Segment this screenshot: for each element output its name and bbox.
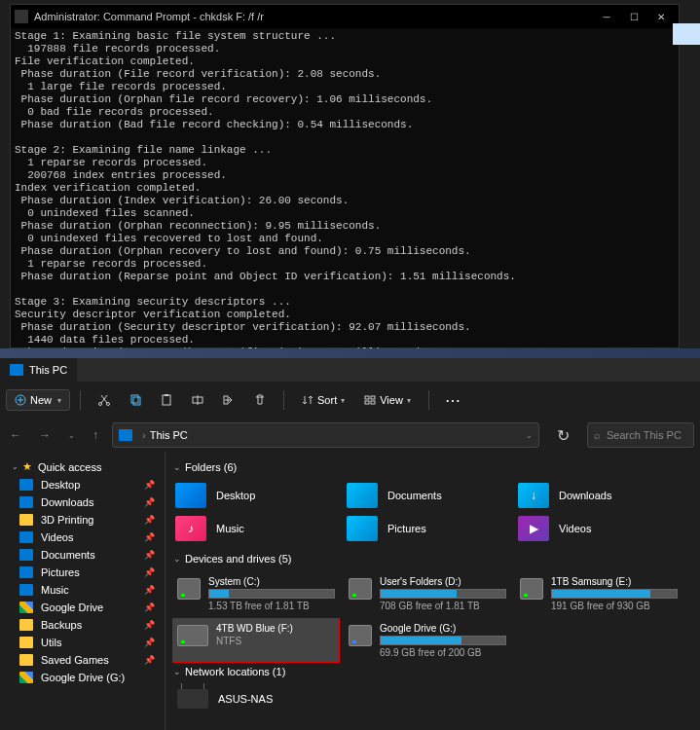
videos-icon <box>19 531 33 543</box>
sidebar-item-savedgames[interactable]: Saved Games📌 <box>0 651 165 669</box>
gdrive-icon <box>19 602 33 613</box>
sidebar-item-videos[interactable]: Videos📌 <box>0 529 165 546</box>
drive-c[interactable]: System (C:)1.53 TB free of 1.81 TB <box>173 572 339 615</box>
drive-e[interactable]: 1TB Samsung (E:)191 GB free of 930 GB <box>516 572 682 615</box>
tab-label: This PC <box>29 364 67 376</box>
sidebar-item-pictures[interactable]: Pictures📌 <box>0 564 165 581</box>
forward-button[interactable]: → <box>35 424 55 446</box>
usage-bar <box>380 636 506 645</box>
back-button[interactable]: ← <box>6 424 25 446</box>
svg-rect-12 <box>371 401 375 404</box>
search-icon: ⌕ <box>594 429 601 441</box>
pin-icon: 📌 <box>144 655 155 665</box>
sidebar-item-3dprinting[interactable]: 3D Printing📌 <box>0 511 165 529</box>
toolbar: New ▾ Sort ▾ View ▾ ⋯ <box>0 382 700 419</box>
folders-header[interactable]: ⌄Folders (6) <box>173 461 692 473</box>
folder-pictures[interactable]: Pictures <box>345 514 510 543</box>
usage-bar <box>551 589 678 599</box>
pin-icon: 📌 <box>144 585 155 595</box>
documents-icon <box>347 483 378 508</box>
svg-rect-9 <box>365 396 369 399</box>
chevron-down-icon: ⌄ <box>173 554 181 564</box>
nav-row: ← → ⌄ ↑ › This PC ⌄ ↻ ⌕ Search This PC <box>0 419 700 452</box>
up-button[interactable]: ↑ <box>89 424 102 446</box>
new-button[interactable]: New ▾ <box>6 389 70 411</box>
refresh-button[interactable]: ↻ <box>549 422 577 449</box>
videos-icon: ▶ <box>518 516 549 541</box>
search-placeholder: Search This PC <box>607 429 682 441</box>
content-pane: ⌄Folders (6) Desktop Documents ↓Download… <box>166 452 700 730</box>
explorer-window: This PC New ▾ Sort ▾ View ▾ ⋯ ← → <box>0 358 700 730</box>
pictures-icon <box>347 516 378 541</box>
close-button[interactable]: ✕ <box>647 7 675 26</box>
cut-icon[interactable] <box>91 386 118 414</box>
sidebar-item-backups[interactable]: Backups📌 <box>0 616 165 634</box>
drive-icon <box>349 578 372 600</box>
sort-button[interactable]: Sort ▾ <box>294 390 352 410</box>
network-header[interactable]: ⌄Network locations (1) <box>173 666 692 677</box>
network-asus-nas[interactable]: ASUS-NAS <box>173 685 692 712</box>
usage-bar <box>380 589 506 599</box>
usage-bar <box>208 589 335 599</box>
gdrive-icon <box>19 672 33 683</box>
paste-icon[interactable] <box>153 386 180 414</box>
svg-point-2 <box>107 403 110 406</box>
pictures-icon <box>19 566 33 578</box>
svg-rect-6 <box>165 394 168 396</box>
sidebar-item-utils[interactable]: Utils📌 <box>0 634 165 651</box>
copy-icon[interactable] <box>122 386 149 414</box>
pin-icon: 📌 <box>144 620 155 630</box>
sidebar-item-music[interactable]: Music📌 <box>0 581 165 599</box>
delete-icon[interactable] <box>246 386 274 414</box>
cmd-titlebar[interactable]: Administrator: Command Prompt - chkdsk F… <box>11 5 679 28</box>
downloads-icon: ↓ <box>518 483 549 508</box>
chevron-down-icon: ⌄ <box>173 667 181 676</box>
view-button[interactable]: View ▾ <box>356 390 419 410</box>
svg-rect-5 <box>163 395 170 405</box>
sidebar-item-documents[interactable]: Documents📌 <box>0 546 165 564</box>
folder-music[interactable]: ♪Music <box>173 514 339 543</box>
drive-icon <box>349 625 372 646</box>
cmd-icon <box>15 10 28 23</box>
svg-point-1 <box>99 403 102 406</box>
share-icon[interactable] <box>215 386 242 414</box>
drive-d[interactable]: User's Folders (D:)708 GB free of 1.81 T… <box>345 572 510 615</box>
minimize-button[interactable]: ─ <box>593 7 620 26</box>
folder-icon <box>19 619 33 631</box>
devices-header[interactable]: ⌄Devices and drives (5) <box>173 553 692 565</box>
sidebar-item-downloads[interactable]: Downloads📌 <box>0 493 165 511</box>
folder-downloads[interactable]: ↓Downloads <box>516 481 682 510</box>
folder-icon <box>19 654 33 666</box>
rename-icon[interactable] <box>184 386 211 414</box>
sidebar: ⌄ ★ Quick access Desktop📌 Downloads📌 3D … <box>0 452 166 730</box>
tab-this-pc[interactable]: This PC <box>0 358 77 382</box>
sidebar-quick-access[interactable]: ⌄ ★ Quick access <box>0 457 165 476</box>
history-button[interactable]: ⌄ <box>64 427 79 444</box>
pin-icon: 📌 <box>144 550 155 560</box>
search-input[interactable]: ⌕ Search This PC <box>587 422 694 448</box>
more-icon[interactable]: ⋯ <box>439 386 466 414</box>
music-icon: ♪ <box>175 516 206 541</box>
svg-rect-3 <box>131 395 138 403</box>
chevron-down-icon: ⌄ <box>173 462 181 472</box>
sidebar-item-gdrive-g[interactable]: Google Drive (G:) <box>0 669 165 686</box>
maximize-button[interactable]: ☐ <box>620 7 647 26</box>
pin-icon: 📌 <box>144 532 155 542</box>
drive-f[interactable]: 4TB WD Blue (F:)NTFS <box>173 619 339 662</box>
documents-icon <box>19 549 33 561</box>
address-text: This PC <box>150 429 188 441</box>
chevron-down-icon: ⌄ <box>12 462 18 471</box>
sidebar-item-desktop[interactable]: Desktop📌 <box>0 476 165 493</box>
music-icon <box>19 584 33 596</box>
cmd-window: Administrator: Command Prompt - chkdsk F… <box>10 4 680 348</box>
folder-desktop[interactable]: Desktop <box>173 481 339 510</box>
drive-g[interactable]: Google Drive (G:)69.9 GB free of 200 GB <box>345 619 510 662</box>
svg-rect-4 <box>133 397 140 405</box>
svg-rect-11 <box>365 401 369 404</box>
folder-videos[interactable]: ▶Videos <box>516 514 682 543</box>
folder-documents[interactable]: Documents <box>345 481 510 510</box>
sidebar-item-gdrive[interactable]: Google Drive📌 <box>0 599 165 616</box>
pin-icon: 📌 <box>144 480 155 490</box>
chevron-down-icon[interactable]: ⌄ <box>526 431 533 440</box>
address-bar[interactable]: › This PC ⌄ <box>112 422 539 448</box>
